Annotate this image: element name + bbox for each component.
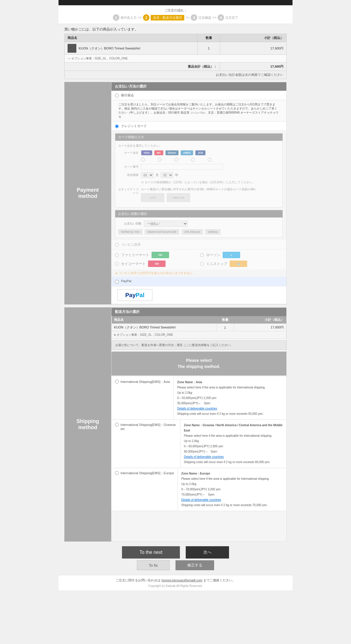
- security-content: カード裏面のご署名欄に印字された数字の末3桁（AMEXカードの場合カード表面の4…: [141, 187, 258, 202]
- step-4: 4 注文完了: [218, 14, 238, 21]
- konbini-lawson: ローソン L: [200, 252, 283, 258]
- mc-radio[interactable]: [158, 158, 161, 162]
- to-next-button[interactable]: To the next: [122, 546, 180, 559]
- card-company-field: カード会社 VISA MC Diners AMEX JCB: [118, 150, 280, 155]
- ship-oceania-detail-link[interactable]: Details of deliverable countries: [184, 454, 283, 460]
- ship-europe-note: Shipping costs will occur even if 2 kg o…: [181, 503, 270, 508]
- shipping-oceania-detail: Zone Name：Oceania / North America / Cent…: [180, 420, 286, 468]
- shipping-section-header: 配送方法の選択: [111, 308, 286, 316]
- step-4-num: 4: [218, 14, 224, 21]
- step-2-num: 2: [143, 14, 149, 21]
- cart-section: 買い物かごには、以下の商品が入っています。 商品名 数量 小計（税込） KUON…: [64, 27, 287, 79]
- konbini-seicomart-label: セイコーマート: [121, 261, 146, 266]
- payment-card-radio[interactable]: [115, 124, 119, 128]
- please-select-line1: Please select: [117, 357, 281, 364]
- payment-konbini-radio[interactable]: [115, 243, 119, 247]
- shipping-oceania-label[interactable]: International Shipping[EMS]：Oceania etc: [115, 423, 177, 431]
- diners-radio[interactable]: [174, 158, 178, 162]
- product-thumbnail: [68, 44, 76, 53]
- konbini-ministop-label: ミニストップ: [206, 261, 227, 266]
- konbini-ministop-radio[interactable]: [200, 262, 204, 266]
- ship-europe-rate2: 0～70,000yen(JPY) 3,200 yen: [181, 487, 270, 492]
- ship-col-subtotal: 小計（税込）: [234, 316, 286, 324]
- shipping-asia-detail: Zone Name：Asia Please select here if the…: [174, 377, 269, 419]
- payment-card-label: クレジットカード: [121, 124, 147, 128]
- ministop-logo: 🏪: [230, 261, 247, 267]
- next-ja-button[interactable]: 次へ: [186, 546, 229, 559]
- payment-paypal-option[interactable]: PayPal: [111, 277, 286, 286]
- payment-transfer-option[interactable]: 銀行振込: [111, 91, 286, 100]
- table-row: KUON（クオン）BORO Trimed Sweatshirt 1 17,600…: [65, 42, 287, 55]
- step-arrow-2: >>: [185, 16, 190, 20]
- ship-product-subtotal: 17,600円: [234, 324, 286, 331]
- shipping-asia-radio[interactable]: [115, 380, 119, 383]
- ship-asia-note: Shipping costs will occur even if 2 kg o…: [177, 411, 266, 417]
- main-buttons-row: To the next 次へ: [58, 546, 292, 559]
- card-number-input[interactable]: [141, 164, 223, 170]
- shipping-europe-label[interactable]: International Shipping[EMS]：Europe: [115, 471, 174, 475]
- paypal-logo-box: PayPal: [117, 289, 152, 301]
- please-select-line2: The shipping method.: [117, 364, 281, 370]
- seicomart-logo: SM: [148, 261, 166, 267]
- expiry-field: 有効期限 01020304 05060708 09101112 月 222324…: [118, 172, 280, 178]
- payment-card-option[interactable]: クレジットカード: [111, 121, 286, 131]
- payment-transfer-radio[interactable]: [115, 94, 119, 97]
- ship-asia-zone: Zone Name：Asia: [177, 380, 266, 385]
- shipping-content: 配送方法の選択 商品名 数量 小計（税込） KUON（クオン）BORO Trim…: [111, 307, 287, 542]
- payment-paypal-radio[interactable]: [115, 280, 119, 284]
- expiry-month-select[interactable]: 01020304 05060708 09101112: [141, 172, 154, 178]
- please-select-overlay: Please select The shipping method.: [111, 352, 286, 376]
- visa-radio[interactable]: [141, 158, 145, 162]
- visa-logo: VISA: [141, 150, 152, 155]
- step-arrow-3: >>: [212, 16, 216, 20]
- konbini-famima-radio[interactable]: [115, 253, 119, 257]
- konbini-famima-label: ファミリーマート: [121, 253, 149, 258]
- ship-oceania-note: Shipping costs will occur even if 2 kg o…: [184, 460, 283, 465]
- konbini-lawson-radio[interactable]: [200, 253, 204, 257]
- fix-ja-button[interactable]: 修正する: [176, 560, 214, 570]
- notice-row: お支払い合計金額は次の画面でご確認ください: [65, 71, 287, 79]
- step-3-text: 注文確認: [198, 16, 211, 20]
- product-name: KUON（クオン）BORO Trimed Sweatshirt: [79, 46, 140, 51]
- shipping-europe-radio[interactable]: [115, 471, 119, 475]
- step-1: 1 発付先入力: [113, 14, 137, 21]
- to-fix-button[interactable]: To fix: [137, 560, 170, 570]
- shipping-asia-label[interactable]: International Shipping[EMS]：Asia: [115, 380, 170, 384]
- konbini-seicomart: セイコーマート SM: [115, 261, 198, 267]
- konbini-seicomart-radio[interactable]: [115, 262, 119, 266]
- ship-asia-detail-link[interactable]: Details of deliverable countries: [177, 406, 266, 411]
- card-brand-radios: [141, 158, 280, 162]
- top-bar: [58, 0, 292, 5]
- shipping-option-ems-asia[interactable]: International Shipping[EMS]：Asia Zone Na…: [111, 377, 286, 420]
- payment-konbini-option[interactable]: コンビニ決済: [111, 240, 286, 249]
- ship-asia-desc: Please select here if the area is applic…: [177, 385, 266, 390]
- ship-option-text: ● オプション事業：SIZE_XL，COLOR_ONE: [112, 331, 286, 339]
- security-field[interactable]: セキュリティコード カード裏面のご署名欄に印字された数字の末3桁（AMEXカード…: [118, 187, 280, 202]
- ship-europe-detail-link[interactable]: Details of deliverable countries: [181, 497, 270, 503]
- security-images: CVV2 AMEX CID: [141, 193, 258, 202]
- shipping-oceania-radio[interactable]: [115, 423, 119, 427]
- shipping-option-ems-europe[interactable]: International Shipping[EMS]：Europe Zone …: [111, 468, 286, 511]
- konbini-famima: ファミリーマート FM: [115, 252, 198, 258]
- shipping-option-ems-oceania[interactable]: International Shipping[EMS]：Oceania etc …: [111, 420, 286, 468]
- step-3: 3 注文確認: [191, 14, 211, 21]
- product-qty: 1: [198, 42, 220, 55]
- card-brand-label: カード会社を選択してください。: [118, 144, 280, 148]
- col-qty: 数量: [198, 34, 220, 42]
- ship-oceania-zone: Zone Name：Oceania / North America / Cent…: [184, 423, 283, 433]
- footer-email[interactable]: honore.kerouac@emaill.com: [161, 578, 202, 582]
- expiry-year-select[interactable]: 2223242526: [161, 172, 173, 178]
- card-input-box: カード情報の入力 カード会社を選択してください。 カード会社 VISA MC D…: [115, 133, 283, 208]
- transfer-notice: ご注文を受けましたら、別注メールでお振込先情報をご案内いたします。お振込の期限は…: [111, 100, 286, 121]
- secure-logo-safekey: SafeKey: [205, 229, 221, 234]
- famima-logo: FM: [152, 252, 169, 258]
- payment-label: Payment method: [64, 82, 111, 304]
- payment-content: お支払い方法の選択 銀行振込 ご注文を受けましたら、別注メールでお振込先情報をご…: [111, 82, 287, 304]
- jcb-radio[interactable]: [208, 158, 211, 162]
- installment-select[interactable]: 一括払い: [144, 220, 188, 227]
- amex-radio[interactable]: [191, 158, 195, 162]
- shipping-option-row: ● オプション事業：SIZE_XL，COLOR_ONE: [112, 331, 286, 339]
- payment-section-header: お支払い方法の選択: [111, 82, 286, 91]
- ship-oceania-rate1: Up to 2.0kg: [184, 439, 283, 444]
- secure-logos: Verified by VISA MasterCard SecureCode J…: [118, 229, 280, 234]
